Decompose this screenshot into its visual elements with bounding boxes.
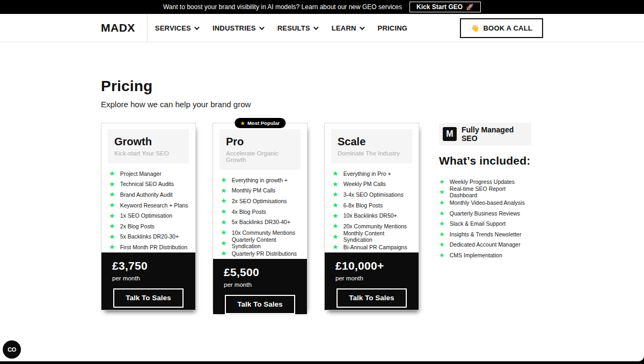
- included-label: CMS Implementation: [450, 252, 502, 258]
- nav-item-learn[interactable]: LEARN: [332, 24, 363, 32]
- star-icon: ★: [332, 222, 339, 229]
- included-item: ★Monthly Video-based Analysis: [439, 197, 531, 208]
- feature-label: Everything in growth +: [232, 177, 288, 183]
- feature-item: ★2x Blog Posts: [109, 221, 189, 232]
- plan-period: per month: [224, 281, 296, 288]
- talk-to-sales-button[interactable]: Talk To Sales: [225, 295, 295, 314]
- feature-item: ★4x Blog Posts: [221, 206, 301, 217]
- star-icon: ★: [332, 212, 339, 219]
- feature-label: First Month PR Distribution: [120, 244, 187, 250]
- fully-managed-seo-label: Fully Managed SEO: [462, 125, 528, 143]
- feature-item: ★5x Backlinks DR20-30+: [109, 232, 189, 242]
- star-icon: ★: [221, 229, 227, 236]
- included-label: Real-time SEO Report Dashboard: [450, 185, 531, 198]
- feature-item: ★First Month PR Distribution: [109, 242, 189, 252]
- star-icon: ★: [221, 240, 227, 247]
- star-icon: ★: [439, 210, 445, 217]
- card-header: Pro Accelerate Organic Growth: [219, 129, 301, 170]
- feature-item: ★Monthly PM Calls: [221, 185, 301, 196]
- star-icon: ★: [332, 191, 339, 198]
- most-popular-label: Most Popular: [247, 120, 280, 126]
- feature-label: 1x SEO Optimisation: [120, 212, 172, 219]
- chevron-down-icon: [194, 25, 200, 30]
- nav-item-pricing[interactable]: PRICING: [378, 24, 408, 32]
- announcement-banner: Want to boost your brand visibility in A…: [0, 0, 644, 14]
- plan-price: £10,000+: [335, 259, 408, 272]
- included-label: Insights & Trends Newsletter: [450, 231, 522, 237]
- feature-label: 6-8x Blog Posts: [343, 202, 383, 209]
- nav-item-industries[interactable]: INDUSTRIES: [213, 24, 263, 32]
- feature-item: ★Quarterly Content Syndication: [221, 238, 301, 249]
- chevron-down-icon: [313, 25, 319, 30]
- feature-item: ★6-8x Blog Posts: [332, 200, 412, 211]
- nav-item-label: SERVICES: [155, 24, 191, 32]
- included-item: ★Insights & Trends Newsletter: [439, 229, 531, 240]
- nav-item-label: PRICING: [378, 24, 408, 32]
- plan-name: Growth: [114, 136, 182, 148]
- feature-item: ★10x Backlinks DR50+: [332, 210, 412, 221]
- included-list: ★Weekly Progress Updates ★Real-time SEO …: [439, 176, 531, 261]
- feature-item: ★Everything in Pro +: [332, 168, 412, 179]
- included-label: Quarterly Business Reviews: [450, 210, 520, 217]
- nav-divider: [147, 14, 148, 42]
- madx-logo[interactable]: MADX: [101, 21, 135, 34]
- talk-to-sales-button[interactable]: Talk To Sales: [336, 288, 407, 308]
- feature-label: 10x Community Mentions: [232, 229, 295, 236]
- book-a-call-label: BOOK A CALL: [483, 24, 532, 32]
- feature-label: Keyword Research + Plans: [120, 202, 188, 209]
- star-icon: ★: [439, 241, 445, 248]
- page-title: Pricing: [101, 78, 644, 95]
- page: Want to boost your brand visibility in A…: [0, 0, 644, 364]
- feature-label: Monthly Content Syndication: [343, 230, 412, 243]
- star-icon: ★: [439, 252, 445, 258]
- plan-tagline: Dominate The Industry: [338, 150, 406, 157]
- star-icon: ★: [109, 212, 115, 219]
- star-icon: ★: [332, 233, 339, 240]
- included-label: Weekly Progress Updates: [450, 179, 515, 185]
- nav-item-services[interactable]: SERVICES: [155, 24, 198, 32]
- chevron-down-icon: [259, 25, 265, 30]
- feature-item: ★Project Manager: [109, 168, 189, 179]
- star-icon: ★: [109, 243, 115, 250]
- feature-label: 10x Backlinks DR50+: [343, 212, 397, 219]
- feature-label: Quarterly PR Distributions: [232, 250, 297, 257]
- star-icon: ★: [439, 231, 445, 237]
- star-icon: ★: [109, 170, 115, 177]
- plan-name: Scale: [338, 136, 406, 148]
- feature-label: Everything in Pro +: [343, 170, 391, 177]
- feature-item: ★Everything in growth +: [221, 175, 301, 185]
- star-icon: ★: [221, 197, 227, 204]
- feature-list: ★Project Manager ★Technical SEO Audits ★…: [101, 164, 195, 252]
- kick-start-geo-label: Kick Start GEO: [416, 3, 463, 11]
- feature-label: Project Manager: [120, 170, 162, 177]
- feature-list: ★Everything in growth + ★Monthly PM Call…: [213, 170, 307, 259]
- card-footer: £5,500 per month Talk To Sales: [213, 259, 307, 314]
- kick-start-geo-button[interactable]: Kick Start GEO 🚀: [409, 2, 481, 12]
- feature-item: ★Monthly Content Syndication: [332, 232, 412, 242]
- plan-period: per month: [335, 275, 408, 281]
- included-item: ★Slack & Email Support: [439, 218, 531, 229]
- book-a-call-button[interactable]: 👋 BOOK A CALL: [460, 18, 543, 38]
- most-popular-badge: ★ Most Popular: [235, 118, 286, 128]
- feature-item: ★1x SEO Optimisation: [109, 210, 189, 221]
- star-icon: ★: [109, 202, 115, 209]
- feature-item: ★Brand Authority Audit: [109, 189, 189, 200]
- card-footer: £10,000+ per month Talk To Sales: [325, 252, 419, 310]
- included-label: Slack & Email Support: [450, 220, 506, 227]
- star-icon: ★: [332, 170, 339, 177]
- feature-list: ★Everything in Pro + ★Weekly PM Calls ★3…: [325, 164, 419, 252]
- page-subtitle: Explore how we can help your brand grow: [101, 100, 644, 109]
- nav-item-results[interactable]: RESULTS: [277, 24, 317, 32]
- star-icon: ★: [332, 181, 339, 188]
- card-header: Growth Kick-start Your SEO: [108, 129, 189, 164]
- included-label: Dedicated Account Manager: [450, 241, 521, 248]
- feature-label: 2x SEO Optimisations: [232, 198, 287, 204]
- included-label: Monthly Video-based Analysis: [450, 199, 525, 206]
- star-icon: ★: [221, 208, 227, 215]
- whats-included-title: What’s included:: [439, 154, 531, 167]
- feature-item: ★Keyword Research + Plans: [109, 200, 189, 211]
- feature-label: 4x Blog Posts: [232, 209, 266, 215]
- talk-to-sales-button[interactable]: Talk To Sales: [113, 288, 184, 308]
- cookie-widget-button[interactable]: CO: [3, 340, 21, 359]
- star-icon: ★: [439, 189, 445, 195]
